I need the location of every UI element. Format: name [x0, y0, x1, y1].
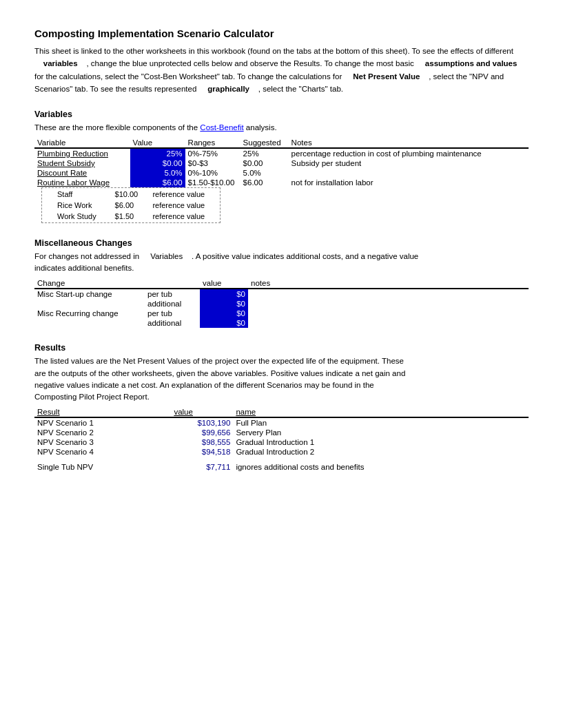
- misc-startup-additional-value[interactable]: $0: [200, 299, 248, 309]
- res-value-npv1: $103,190: [171, 417, 233, 428]
- misc-recurring-additional-value[interactable]: $0: [200, 318, 248, 328]
- var-value-discount[interactable]: 5.0%: [130, 168, 185, 178]
- res-row-single: Single Tub NPV $7,711 ignores additional…: [34, 462, 529, 472]
- res-col-value: value: [171, 407, 233, 417]
- misc-col-value: value: [200, 278, 248, 289]
- misc-col-type: [145, 278, 200, 289]
- results-desc4: Composting Pilot Project Report.: [34, 393, 150, 401]
- sub-note-rice: reference value: [148, 200, 218, 210]
- misc-startup-pertub-note: [248, 289, 529, 299]
- var-note-plumbing: percentage reduction in cost of plumbing…: [289, 148, 529, 158]
- variables-section-desc: These are the more flexible components o…: [34, 122, 529, 134]
- res-spacer-row: [34, 457, 529, 462]
- misc-table: Change value notes Misc Start-up change …: [34, 278, 529, 328]
- res-value-npv3: $98,555: [171, 437, 233, 447]
- misc-recurring-additional-row: additional $0: [34, 318, 529, 328]
- var-range-discount: 0%-10%: [185, 168, 240, 178]
- var-range-wage: $1.50-$10.00: [185, 178, 240, 187]
- misc-startup-additional-type: additional: [145, 299, 200, 309]
- misc-recurring-additional-label: [34, 318, 145, 328]
- var-suggested-subsidy: $0.00: [240, 158, 289, 168]
- var-row-plumbing: Plumbing Reduction 25% 0%-75% 25% percen…: [34, 148, 529, 158]
- misc-startup-additional-label: [34, 299, 145, 309]
- res-label-npv2: NPV Scenario 2: [34, 428, 171, 437]
- var-label-discount: Discount Rate: [34, 168, 130, 178]
- res-col-result: Result: [34, 407, 171, 417]
- wage-sub-table: Staff $10.00 reference value Rice Work $…: [41, 187, 221, 223]
- res-value-single: $7,711: [171, 462, 233, 472]
- var-col-ranges: Ranges: [185, 138, 240, 148]
- var-label-subsidy: Student Subsidy: [34, 158, 130, 168]
- res-name-npv4: Gradual Introduction 2: [233, 447, 529, 457]
- misc-recurring-pertub-type: per tub: [145, 309, 200, 318]
- sub-note-staff: reference value: [148, 189, 218, 199]
- results-section-title: Results: [34, 343, 529, 353]
- misc-section-title: Miscellaneous Changes: [34, 238, 529, 248]
- misc-startup-additional-row: additional $0: [34, 299, 529, 309]
- res-col-name: name: [233, 407, 529, 417]
- res-value-npv2: $99,656: [171, 428, 233, 437]
- var-suggested-wage: $6.00: [240, 178, 289, 187]
- res-name-npv3: Gradual Introduction 1: [233, 437, 529, 447]
- results-table: Result value name NPV Scenario 1 $103,19…: [34, 407, 529, 472]
- sub-row-workstudy: Work Study $1.50 reference value: [43, 211, 218, 221]
- var-note-discount: [289, 168, 529, 178]
- sub-value-staff: $10.00: [111, 189, 147, 199]
- var-value-plumbing[interactable]: 25%: [130, 148, 185, 158]
- var-range-subsidy: $0-$3: [185, 158, 240, 168]
- misc-startup-label: Misc Start-up change: [34, 289, 145, 299]
- res-label-npv3: NPV Scenario 3: [34, 437, 171, 447]
- misc-startup-additional-note: [248, 299, 529, 309]
- res-label-npv4: NPV Scenario 4: [34, 447, 171, 457]
- res-name-single: ignores additional costs and benefits: [233, 462, 529, 472]
- var-row-wage: Routine Labor Wage $6.00 $1.50-$10.00 $6…: [34, 178, 529, 187]
- var-col-suggested: Suggested: [240, 138, 289, 148]
- var-row-discount: Discount Rate 5.0% 0%-10% 5.0%: [34, 168, 529, 178]
- var-note-subsidy: Subsidy per student: [289, 158, 529, 168]
- var-label-plumbing: Plumbing Reduction: [34, 148, 130, 158]
- misc-recurring-pertub-value[interactable]: $0: [200, 309, 248, 318]
- var-suggested-discount: 5.0%: [240, 168, 289, 178]
- res-label-single: Single Tub NPV: [34, 462, 171, 472]
- var-note-wage: not for installation labor: [289, 178, 529, 187]
- var-subrow-staff: Staff $10.00 reference value Rice Work $…: [34, 187, 529, 223]
- var-suggested-plumbing: 25%: [240, 148, 289, 158]
- misc-startup-pertub-value[interactable]: $0: [200, 289, 248, 299]
- res-value-npv4: $94,518: [171, 447, 233, 457]
- var-col-value: Value: [130, 138, 185, 148]
- misc-col-change: Change: [34, 278, 145, 289]
- res-row-npv3: NPV Scenario 3 $98,555 Gradual Introduct…: [34, 437, 529, 447]
- res-name-npv2: Servery Plan: [233, 428, 529, 437]
- results-section-desc: The listed values are the Net Present Va…: [34, 355, 529, 403]
- sub-value-rice: $6.00: [111, 200, 147, 210]
- res-name-npv1: Full Plan: [233, 417, 529, 428]
- sub-label-workstudy: Work Study: [43, 211, 110, 221]
- var-col-notes: Notes: [289, 138, 529, 148]
- res-row-npv2: NPV Scenario 2 $99,656 Servery Plan: [34, 428, 529, 437]
- misc-col-notes: notes: [248, 278, 529, 289]
- var-value-wage[interactable]: $6.00: [130, 178, 185, 187]
- var-row-subsidy: Student Subsidy $0.00 $0-$3 $0.00 Subsid…: [34, 158, 529, 168]
- results-desc2: are the outputs of the other worksheets,…: [34, 369, 405, 377]
- misc-recurring-pertub-row: Misc Recurring change per tub $0: [34, 309, 529, 318]
- intro-text: This sheet is linked to the other worksh…: [34, 45, 529, 96]
- results-desc3: negative values indicate a net cost. An …: [34, 381, 374, 389]
- var-label-wage: Routine Labor Wage: [34, 178, 130, 187]
- res-row-npv1: NPV Scenario 1 $103,190 Full Plan: [34, 417, 529, 428]
- results-desc1: The listed values are the Net Present Va…: [34, 357, 404, 365]
- misc-startup-pertub-type: per tub: [145, 289, 200, 299]
- sub-label-rice: Rice Work: [43, 200, 110, 210]
- var-range-plumbing: 0%-75%: [185, 148, 240, 158]
- res-label-npv1: NPV Scenario 1: [34, 417, 171, 428]
- var-value-subsidy[interactable]: $0.00: [130, 158, 185, 168]
- sub-value-workstudy: $1.50: [111, 211, 147, 221]
- misc-startup-pertub-row: Misc Start-up change per tub $0: [34, 289, 529, 299]
- page-title: Composting Implementation Scenario Calcu…: [34, 28, 529, 39]
- variables-table: Variable Value Ranges Suggested Notes Pl…: [34, 138, 529, 223]
- sub-note-workstudy: reference value: [148, 211, 218, 221]
- misc-recurring-pertub-note: [248, 309, 529, 318]
- var-col-variable: Variable: [34, 138, 130, 148]
- misc-recurring-additional-note: [248, 318, 529, 328]
- misc-recurring-additional-type: additional: [145, 318, 200, 328]
- variables-section-title: Variables: [34, 110, 529, 119]
